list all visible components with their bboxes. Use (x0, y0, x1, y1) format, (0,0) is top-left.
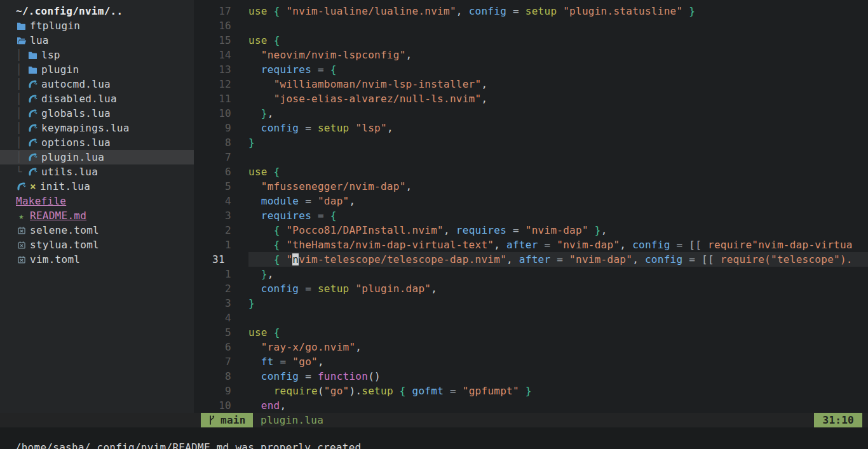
code-text: "ray-x/go.nvim", (248, 340, 868, 354)
code-line[interactable]: 7 (194, 150, 868, 164)
line-number: 5 (194, 179, 248, 194)
code-line[interactable]: 5 "mfussenegger/nvim-dap", (194, 179, 868, 194)
git-branch-badge: main (201, 413, 253, 427)
code-line[interactable]: 2 { "Pocco81/DAPInstall.nvim", requires … (194, 223, 868, 238)
code-text: "neovim/nvim-lspconfig", (248, 48, 868, 62)
code-line[interactable]: 9 require("go").setup { gofmt = "gpfumpt… (194, 384, 868, 398)
tree-root-path: ~/.config/nvim/.. (0, 4, 194, 18)
tree-item-stylua-toml[interactable]: stylua.toml (0, 238, 194, 252)
tree-item-lsp[interactable]: │lsp (0, 48, 194, 62)
command-line-message: /home/sasha/.config/nvim/README.md was p… (0, 427, 868, 449)
tree-item-lua[interactable]: lua (0, 33, 194, 48)
code-text (248, 150, 868, 164)
tree-item-vim-toml[interactable]: vim.toml (0, 252, 194, 267)
code-text: config = setup "lsp", (248, 121, 868, 135)
code-line[interactable]: 17use { "nvim-lualine/lualine.nvim", con… (194, 4, 868, 18)
line-number: 13 (194, 62, 248, 77)
code-line[interactable]: 1 { "theHamsta/nvim-dap-virtual-text", a… (194, 238, 868, 252)
tree-item-label: README.md (30, 210, 86, 222)
code-line[interactable]: 11 "jose-elias-alvarez/null-ls.nvim", (194, 91, 868, 106)
line-number: 14 (194, 48, 248, 62)
editor-buffer[interactable]: 17use { "nvim-lualine/lualine.nvim", con… (194, 0, 868, 413)
cursor-position-badge: 31:10 (814, 413, 862, 427)
git-branch-icon (208, 415, 216, 426)
code-line[interactable]: 3 requires = { (194, 208, 868, 223)
lua-file-icon (27, 166, 38, 177)
tree-item-makefile[interactable]: Makefile (0, 194, 194, 208)
line-number: 6 (194, 164, 248, 179)
line-number: 8 (194, 135, 248, 150)
tree-item-label: vim.toml (30, 253, 80, 265)
tree-item-init-lua[interactable]: ×init.lua (0, 179, 194, 194)
lua-file-icon (27, 123, 38, 133)
code-line[interactable]: 5use { (194, 325, 868, 340)
toml-file-icon (16, 254, 27, 265)
code-text (248, 311, 868, 325)
code-line[interactable]: 8 config = function() (194, 369, 868, 384)
line-number: 4 (194, 194, 248, 208)
tree-item-plugin-lua[interactable]: │plugin.lua (0, 150, 194, 164)
tree-item-plugin[interactable]: │plugin (0, 62, 194, 77)
code-line[interactable]: 4 module = "dap", (194, 194, 868, 208)
code-text: { "Pocco81/DAPInstall.nvim", requires = … (248, 223, 868, 238)
tree-indent-guide: │ (16, 64, 27, 76)
tree-item-ftplugin[interactable]: ftplugin (0, 18, 194, 33)
statusline-filename: plugin.lua (261, 413, 323, 427)
code-text: require("go").setup { gofmt = "gpfumpt" … (248, 384, 868, 398)
tree-indent-guide: │ (16, 49, 27, 61)
code-line[interactable]: 12 "williamboman/nvim-lsp-installer", (194, 77, 868, 91)
line-number: 4 (194, 311, 248, 325)
tree-item-autocmd-lua[interactable]: │autocmd.lua (0, 77, 194, 91)
lua-file-icon (27, 137, 38, 148)
code-text: end, (248, 398, 868, 413)
tree-indent-guide: └ (16, 166, 27, 178)
tree-item-label: lua (30, 34, 49, 46)
code-line[interactable]: 10 end, (194, 398, 868, 413)
code-line[interactable]: 1 }, (194, 267, 868, 281)
code-line[interactable]: 14 "neovim/nvim-lspconfig", (194, 48, 868, 62)
code-text: use { (248, 325, 868, 340)
code-line[interactable]: 16 (194, 18, 868, 33)
tree-item-globals-lua[interactable]: │globals.lua (0, 106, 194, 121)
tree-item-disabled-lua[interactable]: │disabled.lua (0, 91, 194, 106)
code-line[interactable]: 9 config = setup "lsp", (194, 121, 868, 135)
diagnostic-marker: × (30, 180, 36, 192)
code-text: ft = "go", (248, 354, 868, 369)
code-line[interactable]: 6use { (194, 164, 868, 179)
code-line[interactable]: 15use { (194, 33, 868, 48)
line-number: 6 (194, 340, 248, 354)
line-number: 17 (194, 4, 248, 18)
tree-item-label: options.lua (41, 137, 111, 149)
code-line[interactable]: 4 (194, 311, 868, 325)
code-line[interactable]: 3} (194, 296, 868, 311)
folder-icon (27, 64, 38, 75)
code-line-current[interactable]: 31 { "nvim-telescope/telescope-dap.nvim"… (194, 252, 868, 267)
line-number: 10 (194, 106, 248, 121)
code-line[interactable]: 13 requires = { (194, 62, 868, 77)
tree-item-label: plugin.lua (41, 151, 104, 163)
code-line[interactable]: 8} (194, 135, 868, 150)
line-number: 8 (194, 369, 248, 384)
code-text: { "nvim-telescope/telescope-dap.nvim", a… (248, 252, 868, 267)
folder-icon (27, 50, 38, 60)
line-number: 9 (194, 121, 248, 135)
code-line[interactable]: 7 ft = "go", (194, 354, 868, 369)
line-number: 7 (194, 150, 248, 164)
lua-file-icon (27, 93, 38, 104)
tree-item-selene-toml[interactable]: selene.toml (0, 223, 194, 238)
code-line[interactable]: 10 }, (194, 106, 868, 121)
code-line[interactable]: 2 config = setup "plugin.dap", (194, 281, 868, 296)
line-number: 7 (194, 354, 248, 369)
tree-item-keymapings-lua[interactable]: │keymapings.lua (0, 121, 194, 135)
tree-item-options-lua[interactable]: │options.lua (0, 135, 194, 150)
code-line[interactable]: 6 "ray-x/go.nvim", (194, 340, 868, 354)
line-number: 1 (194, 238, 248, 252)
tree-item-readme-md[interactable]: ★README.md (0, 208, 194, 223)
line-number: 2 (194, 281, 248, 296)
code-text: "jose-elias-alvarez/null-ls.nvim", (248, 91, 868, 106)
line-number: 15 (194, 33, 248, 48)
code-text: }, (248, 106, 868, 121)
tree-item-label: keymapings.lua (41, 122, 130, 134)
code-text: config = function() (248, 369, 868, 384)
tree-item-utils-lua[interactable]: └utils.lua (0, 164, 194, 179)
